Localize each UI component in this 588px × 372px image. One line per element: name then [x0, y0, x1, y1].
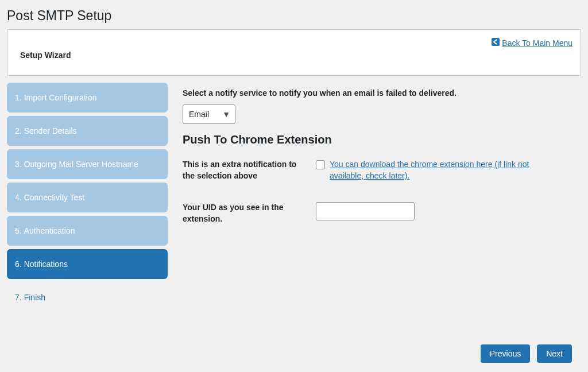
svg-rect-0 [492, 38, 500, 46]
step-label: Import Configuration [24, 93, 97, 102]
step-import-configuration[interactable]: 1. Import Configuration [7, 83, 168, 113]
chevron-down-icon: ▼ [222, 110, 230, 119]
step-authentication[interactable]: 5. Authentication [7, 216, 168, 246]
wizard-steps: 1. Import Configuration 2. Sender Detail… [7, 83, 168, 316]
select-value: Email [189, 110, 209, 119]
step-num: 5. [15, 226, 22, 235]
step-connectivity-test[interactable]: 4. Connectivity Test [7, 183, 168, 212]
previous-button[interactable]: Previous [481, 344, 530, 363]
step-finish[interactable]: 7. Finish [7, 282, 168, 312]
intro-text: Select a notify service to notify you wh… [183, 88, 564, 98]
wizard-nav-buttons: Previous Next [481, 344, 572, 363]
step-num: 3. [15, 160, 22, 169]
step-num: 4. [15, 193, 22, 202]
next-button[interactable]: Next [537, 344, 572, 363]
wizard-content: Select a notify service to notify you wh… [183, 83, 581, 245]
setup-wizard-label: Setup Wizard [20, 51, 71, 60]
header-card: Back To Main Menu Setup Wizard [7, 29, 581, 76]
notify-service-select[interactable]: Email ▼ [183, 104, 235, 124]
step-label: Outgoing Mail Server Hostname [24, 160, 138, 169]
back-to-main-menu-link[interactable]: Back To Main Menu [492, 38, 572, 48]
chrome-extension-checkbox[interactable] [316, 160, 325, 169]
back-link-text: Back To Main Menu [502, 38, 572, 48]
step-outgoing-mail-server-hostname[interactable]: 3. Outgoing Mail Server Hostname [7, 149, 168, 179]
step-notifications[interactable]: 6. Notifications [7, 249, 168, 279]
uid-input[interactable] [316, 202, 415, 220]
section-heading: Push To Chrome Extension [183, 133, 564, 146]
step-num: 2. [15, 126, 22, 135]
step-num: 7. [15, 293, 22, 302]
step-num: 1. [15, 93, 22, 102]
back-arrow-icon [492, 38, 500, 48]
step-num: 6. [15, 259, 22, 269]
step-sender-details[interactable]: 2. Sender Details [7, 116, 168, 146]
uid-label: Your UID as you see in the extension. [183, 202, 316, 224]
chrome-extension-download-link[interactable]: You can download the chrome extension he… [330, 159, 564, 181]
step-label: Notifications [24, 259, 68, 269]
extra-notification-label: This is an extra notification to the sel… [183, 159, 316, 181]
step-label: Connectivity Test [24, 193, 85, 202]
page-title: Post SMTP Setup [0, 0, 588, 29]
step-label: Sender Details [24, 126, 77, 135]
step-label: Authentication [24, 226, 75, 235]
step-label: Finish [24, 293, 45, 302]
